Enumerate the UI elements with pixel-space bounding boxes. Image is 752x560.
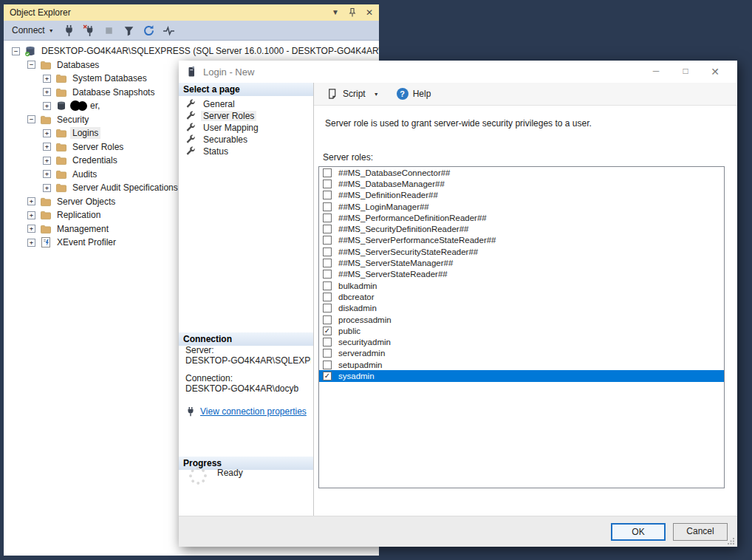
connection-header: Connection [179,332,313,346]
resize-grip[interactable] [728,537,735,544]
expand-icon[interactable]: + [27,197,35,205]
expand-icon[interactable]: + [27,211,35,219]
checkbox-unchecked-icon[interactable] [323,168,332,177]
server-role-row[interactable]: ##MS_ServerStateReader## [319,269,724,280]
server-role-row[interactable]: ##MS_LoginManager## [319,201,724,212]
server-role-row[interactable]: ##MS_DatabaseManager## [319,178,724,189]
server-role-row[interactable]: processadmin [319,314,724,325]
checkbox-checked-icon[interactable]: ✓ [323,327,332,335]
checkbox-unchecked-icon[interactable] [323,247,332,256]
script-button[interactable]: Script ▼ [324,86,382,101]
checkbox-unchecked-icon[interactable] [323,281,332,290]
connect-button[interactable]: Connect ▼ [10,24,55,37]
wrench-icon [185,146,196,157]
server-role-row[interactable]: ✓public [319,325,724,336]
expand-icon[interactable]: + [43,75,51,83]
server-role-label: ##MS_DatabaseConnector## [338,168,451,177]
object-explorer-titlebar[interactable]: Object Explorer ▼ ✕ [4,4,379,21]
window-position-menu-icon[interactable]: ▼ [332,4,339,21]
page-item-user-mapping[interactable]: User Mapping [179,122,313,134]
checkbox-unchecked-icon[interactable] [323,191,332,199]
expand-icon[interactable]: + [43,143,51,151]
page-item-server-roles[interactable]: Server Roles [179,110,313,122]
page-item-securables[interactable]: Securables [179,134,313,146]
activity-monitor-icon[interactable] [163,24,175,37]
expand-icon[interactable]: + [43,88,51,96]
page-item-label: Status [201,146,230,157]
tree-item-label: Server Objects [55,196,117,208]
wrench-icon [185,134,196,145]
checkbox-unchecked-icon[interactable] [323,259,332,267]
folder-icon [40,209,52,221]
expand-icon[interactable]: + [43,170,51,178]
checkbox-unchecked-icon[interactable] [323,304,332,313]
server-role-row[interactable]: ##MS_SecurityDefinitionReader## [319,223,724,234]
chevron-down-icon[interactable]: ▼ [374,92,379,97]
checkbox-unchecked-icon[interactable] [323,315,332,324]
checkbox-unchecked-icon[interactable] [323,202,332,211]
tree-item-label: Credentials [70,154,120,166]
server-role-label: processadmin [338,315,392,324]
checkbox-unchecked-icon[interactable] [323,214,332,222]
checkbox-checked-icon[interactable]: ✓ [323,372,332,380]
folder-icon [55,72,67,84]
server-role-row[interactable]: ##MS_PerformanceDefinitionReader## [319,212,724,223]
expand-icon[interactable]: + [43,184,51,192]
help-button[interactable]: ? Help [394,86,434,101]
collapse-icon[interactable]: − [12,47,20,55]
checkbox-unchecked-icon[interactable] [323,180,332,188]
server-role-row[interactable]: ##MS_DefinitionReader## [319,190,724,201]
server-role-row[interactable]: ✓sysadmin [319,370,724,381]
collapse-icon[interactable]: − [27,61,35,69]
server-role-row[interactable]: diskadmin [319,303,724,314]
ok-button[interactable]: OK [611,523,666,541]
server-role-row[interactable]: ##MS_ServerSecurityStateReader## [319,246,724,257]
server-role-row[interactable]: bulkadmin [319,280,724,291]
dialog-titlebar[interactable]: Login - New ─ □ ✕ [179,61,737,83]
checkbox-unchecked-icon[interactable] [323,270,332,279]
close-icon[interactable]: ✕ [700,66,730,78]
pin-icon-svg [348,7,357,18]
database-icon [55,100,67,112]
server-role-row[interactable]: serveradmin [319,348,724,359]
checkbox-unchecked-icon[interactable] [323,236,332,245]
select-a-page-header: Select a page [179,83,313,96]
server-role-row[interactable]: securityadmin [319,336,724,347]
connect-plug-icon[interactable] [63,24,75,37]
expand-icon[interactable]: + [43,102,51,110]
server-role-label: bulkadmin [338,281,377,290]
tree-item-label: Audits [70,168,99,180]
filter-icon[interactable] [123,24,135,37]
checkbox-unchecked-icon[interactable] [323,225,332,233]
expand-icon[interactable]: + [27,225,35,233]
minimize-icon[interactable]: ─ [641,66,671,78]
close-icon[interactable]: ✕ [366,4,373,21]
server-role-row[interactable]: ##MS_ServerStateManager## [319,257,724,268]
server-role-row[interactable]: setupadmin [319,359,724,370]
server-role-row[interactable]: dbcreator [319,291,724,302]
expand-icon[interactable]: + [43,157,51,165]
checkbox-unchecked-icon[interactable] [323,338,332,346]
page-item-label: Server Roles [201,111,256,121]
expand-icon[interactable]: + [27,239,35,247]
maximize-icon[interactable]: □ [671,66,700,78]
server-role-row[interactable]: ##MS_ServerPerformanceStateReader## [319,235,724,246]
page-item-general[interactable]: General [179,98,313,110]
dialog-left-pane: Select a page GeneralServer RolesUser Ma… [179,83,314,516]
page-item-status[interactable]: Status [179,146,313,157]
tree-item[interactable]: −DESKTOP-GO4K4AR\SQLEXPRESS (SQL Server … [4,44,379,58]
checkbox-unchecked-icon[interactable] [323,293,332,301]
server-role-label: ##MS_ServerStateReader## [338,270,448,279]
server-role-row[interactable]: ##MS_DatabaseConnector## [319,167,724,178]
checkbox-unchecked-icon[interactable] [323,361,332,369]
collapse-icon[interactable]: − [27,115,35,123]
page-item-label: User Mapping [201,123,261,133]
disconnect-plug-icon[interactable] [83,24,95,37]
checkbox-unchecked-icon[interactable] [323,349,332,358]
pin-icon[interactable] [348,7,357,18]
cancel-button[interactable]: Cancel [673,523,728,541]
view-connection-properties-link[interactable]: View connection properties [200,406,307,417]
refresh-icon[interactable] [143,24,155,37]
progress-spinner-icon [189,467,207,485]
expand-icon[interactable]: + [43,129,51,137]
